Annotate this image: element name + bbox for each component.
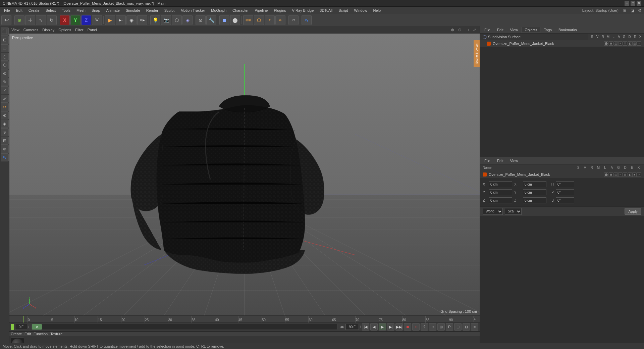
- x-axis-button[interactable]: X: [60, 15, 70, 25]
- undo-button[interactable]: ↩: [1, 15, 11, 25]
- deformer-button[interactable]: ◈: [182, 15, 193, 25]
- menu-plugins[interactable]: Plugins: [271, 7, 288, 14]
- cloner-button[interactable]: ⊞⊞: [243, 15, 253, 25]
- obj-tab-edit[interactable]: Edit: [494, 27, 506, 33]
- menu-script[interactable]: Script: [336, 7, 351, 14]
- render-button[interactable]: ▶: [105, 15, 115, 25]
- render-settings-button[interactable]: ⚙▶: [137, 15, 147, 25]
- attr-flag-2[interactable]: ▣: [609, 172, 613, 177]
- vp-menu-cameras[interactable]: Cameras: [23, 28, 39, 32]
- play-reverse-button[interactable]: ◀: [370, 323, 378, 331]
- motext-button[interactable]: T: [265, 15, 275, 25]
- tool-brush[interactable]: ⊙: [1, 69, 9, 78]
- fracture-button[interactable]: ⬡: [254, 15, 264, 25]
- jacket-flag-6[interactable]: ◧: [628, 41, 632, 46]
- scene-browser-tab[interactable]: Scene Browser: [474, 40, 480, 67]
- vp-menu-view[interactable]: View: [11, 28, 19, 32]
- tool-knife[interactable]: ✂: [1, 103, 9, 111]
- coord-b-input[interactable]: [556, 197, 574, 203]
- tool-live-select[interactable]: ⊡: [1, 36, 9, 44]
- coord-scale-dropdown[interactable]: Scale Size: [505, 208, 522, 215]
- obj-tab-objects[interactable]: Objects: [522, 27, 540, 33]
- coord-x-input[interactable]: [489, 181, 512, 187]
- attr-flag-7[interactable]: ■: [632, 172, 637, 177]
- attr-flag-1[interactable]: ⬤: [604, 172, 608, 177]
- render-active-button[interactable]: ◉: [126, 15, 137, 25]
- vp-icon-fullscreen[interactable]: ⤢: [472, 27, 478, 33]
- attr-flag-6[interactable]: ◧: [628, 172, 632, 177]
- mode-button-2[interactable]: ⊕: [429, 323, 436, 331]
- coord-y2-input[interactable]: [523, 189, 546, 195]
- layout-icon-2[interactable]: ◪: [629, 7, 635, 13]
- cameras-button[interactable]: 📷: [161, 15, 171, 25]
- render-region-button[interactable]: ▶▪: [116, 15, 126, 25]
- obj-tab-tags[interactable]: Tags: [541, 27, 555, 33]
- mat-menu-texture[interactable]: Texture: [50, 332, 62, 336]
- menu-help[interactable]: Help: [371, 7, 384, 14]
- coord-h-input[interactable]: [556, 181, 574, 187]
- menu-tools[interactable]: Tools: [59, 7, 73, 14]
- viewport[interactable]: View Cameras Display Options Filter Pane…: [9, 26, 480, 315]
- go-to-start-button[interactable]: |◀: [362, 323, 369, 331]
- attr-tab-file[interactable]: File: [481, 158, 493, 164]
- mat-menu-edit[interactable]: Edit: [24, 332, 31, 336]
- tool-python[interactable]: Py: [1, 153, 9, 161]
- jacket-flag-1[interactable]: ⬤: [604, 41, 608, 46]
- menu-edit[interactable]: Edit: [13, 7, 25, 14]
- scrubber-handle[interactable]: 0: [32, 324, 42, 330]
- timeline-button[interactable]: ⏱: [288, 15, 299, 25]
- coord-y-input[interactable]: [489, 189, 512, 195]
- move-tool-button[interactable]: ✛: [25, 15, 35, 25]
- menu-simulate[interactable]: Simulate: [123, 7, 143, 14]
- menu-window[interactable]: Window: [351, 7, 370, 14]
- obj-tab-view[interactable]: View: [507, 27, 521, 33]
- tool-layers[interactable]: ⊟: [1, 137, 9, 145]
- jacket-flag-7[interactable]: ◫: [632, 41, 637, 46]
- layout-icon-1[interactable]: ⊞: [622, 7, 628, 13]
- python-button[interactable]: Py: [302, 15, 312, 25]
- end-frame-input[interactable]: [345, 324, 359, 330]
- tool-morph[interactable]: ⊕: [1, 145, 9, 153]
- scale-tool-button[interactable]: ⤡: [36, 15, 46, 25]
- mat-menu-function[interactable]: Function: [34, 332, 48, 336]
- vp-menu-options[interactable]: Options: [58, 28, 71, 32]
- obj-tab-file[interactable]: File: [481, 27, 493, 33]
- play-forward-alt-button[interactable]: ▶|: [387, 323, 394, 331]
- coord-p-input[interactable]: [556, 189, 574, 195]
- vp-icon-2[interactable]: ⊙: [457, 27, 463, 33]
- coord-world-dropdown[interactable]: World Object: [483, 208, 503, 215]
- layout-icon-3[interactable]: ⚙: [637, 7, 643, 13]
- snap-enable-button[interactable]: ⊙: [196, 15, 206, 25]
- vp-menu-panel[interactable]: Panel: [88, 28, 97, 32]
- menu-file[interactable]: File: [1, 7, 13, 14]
- autokey-button[interactable]: ⊙: [412, 323, 420, 331]
- play-forward-button[interactable]: ▶: [379, 323, 386, 331]
- snap-settings-button[interactable]: 🔧: [206, 15, 216, 25]
- attr-flag-3[interactable]: ◫: [613, 172, 618, 177]
- mode-button-4[interactable]: P: [446, 323, 453, 331]
- obj-tab-bookmarks[interactable]: Bookmarks: [555, 27, 580, 33]
- material-button[interactable]: ◼: [219, 15, 229, 25]
- timeline-scrubber[interactable]: 0: [32, 324, 337, 330]
- new-object-button[interactable]: ⊕: [14, 15, 24, 25]
- jacket-flag-4[interactable]: ≡: [618, 41, 623, 46]
- menu-create[interactable]: Create: [26, 7, 42, 14]
- menu-mesh[interactable]: Mesh: [74, 7, 88, 14]
- y-axis-button[interactable]: Y: [70, 15, 80, 25]
- attr-flag-8[interactable]: ▸: [637, 172, 641, 177]
- attr-flag-4[interactable]: ≡: [618, 172, 623, 177]
- mat-menu-create[interactable]: Create: [11, 332, 22, 336]
- tool-s[interactable]: S: [1, 128, 9, 136]
- current-frame-input[interactable]: [15, 324, 27, 330]
- tool-lasso[interactable]: ◌: [1, 53, 9, 61]
- vp-menu-filter[interactable]: Filter: [75, 28, 83, 32]
- tool-paint[interactable]: ✎: [1, 78, 9, 86]
- tool-magnet[interactable]: ⊗: [1, 111, 9, 119]
- tool-spline-pen[interactable]: 🖊: [1, 95, 9, 103]
- timeline-ruler[interactable]: 0 5 10 15 20 25 30 35 40 45 50 55 60 65 …: [9, 316, 480, 322]
- geometry-button[interactable]: ⬡: [172, 15, 182, 25]
- mode-button-6[interactable]: ⊡: [463, 323, 470, 331]
- timeline-view-button[interactable]: ≡: [471, 323, 478, 331]
- vp-menu-display[interactable]: Display: [42, 28, 54, 32]
- menu-pipeline[interactable]: Pipeline: [252, 7, 270, 14]
